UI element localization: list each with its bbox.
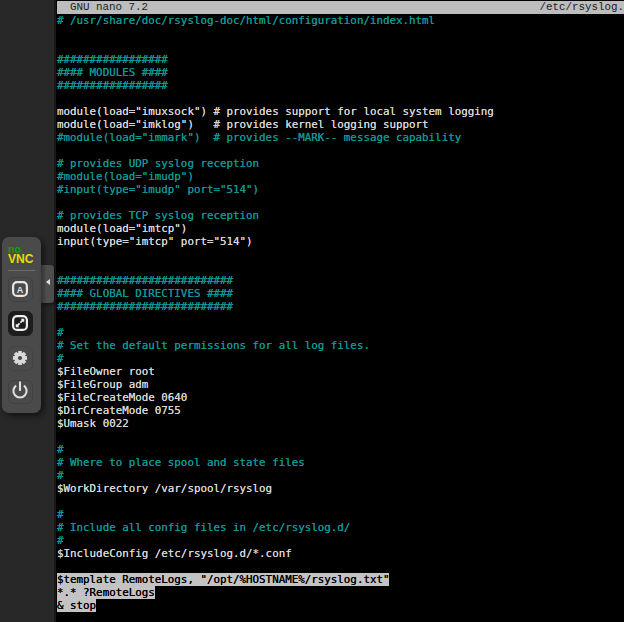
svg-text:VNC: VNC <box>8 252 34 265</box>
svg-text:A: A <box>17 285 24 295</box>
